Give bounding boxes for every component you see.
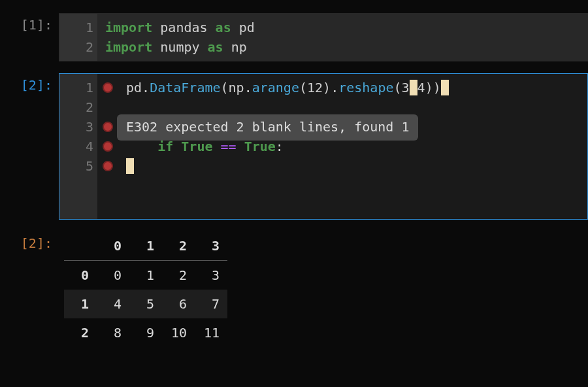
- row-index: 1: [64, 290, 97, 318]
- column-header: 1: [129, 231, 162, 261]
- table-cell: 2: [162, 261, 195, 290]
- code-cell-2: [2]: 1 2 3 4 5 pd.DataFrame(np.arange(: [0, 73, 588, 220]
- identifier: pd: [126, 80, 142, 95]
- column-header: 0: [97, 231, 129, 261]
- output-cell: [2]: 0 1 2 3 0 0 1: [0, 231, 588, 347]
- identifier: pd: [239, 20, 255, 35]
- code-editor[interactable]: 1 2 3 4 5 pd.DataFrame(np.arange(12).res…: [59, 73, 588, 220]
- table-row: 2 8 9 10 11: [64, 318, 227, 347]
- identifier: np: [229, 80, 244, 95]
- punct: .: [244, 80, 252, 95]
- table-cell: 4: [97, 290, 129, 318]
- keyword-true: True: [181, 139, 212, 154]
- table-row: 0 0 1 2 3: [64, 261, 227, 290]
- punct: :: [276, 139, 284, 154]
- table-cell: 11: [195, 318, 227, 347]
- table-cell: 9: [129, 318, 162, 347]
- keyword-as: as: [216, 20, 231, 35]
- code-content[interactable]: import pandas as pd import numpy as np: [97, 14, 587, 61]
- identifier: pandas: [160, 20, 207, 35]
- line-number: 2: [71, 37, 93, 57]
- punct: (: [299, 80, 307, 95]
- table-cell: 7: [195, 290, 227, 318]
- punct: (: [393, 80, 401, 95]
- operator-eq: ==: [221, 139, 237, 154]
- punct: ): [425, 80, 433, 95]
- punct: ): [433, 80, 441, 95]
- keyword-import: import: [105, 20, 152, 35]
- line-number: 3: [71, 117, 93, 137]
- identifier: numpy: [160, 39, 199, 55]
- table-cell: 10: [162, 318, 195, 347]
- lint-tooltip: E302 expected 2 blank lines, found 1: [117, 114, 418, 141]
- line-number: 1: [71, 78, 93, 97]
- keyword-as: as: [208, 39, 223, 55]
- punct: (: [221, 80, 229, 95]
- lint-error-icon[interactable]: [103, 82, 113, 93]
- identifier: np: [231, 39, 247, 55]
- table-row: 1 4 5 6 7: [64, 290, 227, 318]
- notebook: [1]: 1 2 import pandas as pd import nump…: [0, 0, 588, 347]
- column-header: 2: [162, 231, 195, 261]
- cell-prompt: [1]:: [7, 13, 59, 33]
- table-cell: 5: [129, 290, 162, 318]
- line-gutter: 1 2 3 4 5: [59, 74, 97, 219]
- table-cell: 6: [162, 290, 195, 318]
- function: DataFrame: [150, 80, 220, 95]
- code-editor[interactable]: 1 2 import pandas as pd import numpy as …: [59, 13, 588, 61]
- punct: .: [142, 80, 150, 95]
- code-cell-1: [1]: 1 2 import pandas as pd import nump…: [0, 13, 588, 61]
- line-number: 1: [71, 18, 93, 37]
- row-index: 0: [64, 261, 97, 290]
- dataframe-table: 0 1 2 3 0 0 1 2 3 1: [64, 231, 227, 347]
- lint-marker-column: [97, 74, 118, 219]
- selection-highlight: [441, 80, 449, 95]
- function: reshape: [338, 80, 393, 95]
- code-content[interactable]: pd.DataFrame(np.arange(12).reshape(34)) …: [118, 74, 587, 219]
- table-corner: [64, 231, 97, 261]
- keyword-import: import: [105, 39, 152, 55]
- lint-error-icon[interactable]: [103, 122, 113, 132]
- punct: .: [331, 80, 338, 95]
- table-cell: 8: [97, 318, 129, 347]
- punct: ): [323, 80, 331, 95]
- table-cell: 0: [97, 261, 129, 290]
- line-number: 5: [71, 156, 93, 176]
- lint-error-icon[interactable]: [103, 161, 113, 171]
- line-number: 4: [71, 137, 93, 156]
- number: 12: [307, 80, 323, 95]
- lint-error-icon[interactable]: [103, 141, 113, 152]
- table-cell: 3: [195, 261, 227, 290]
- selection-highlight: [410, 80, 417, 95]
- line-gutter: 1 2: [59, 14, 97, 61]
- number: 3: [402, 80, 410, 95]
- keyword-true: True: [244, 139, 276, 154]
- cell-prompt: [2]:: [7, 73, 59, 93]
- number: 4: [417, 80, 425, 95]
- row-index: 2: [64, 318, 97, 347]
- function: arange: [252, 80, 299, 95]
- cell-prompt: [2]:: [7, 231, 59, 251]
- table-cell: 1: [129, 261, 162, 290]
- selection-highlight: [126, 158, 134, 174]
- keyword-if: if: [157, 139, 173, 154]
- column-header: 3: [195, 231, 227, 261]
- line-number: 2: [71, 97, 93, 117]
